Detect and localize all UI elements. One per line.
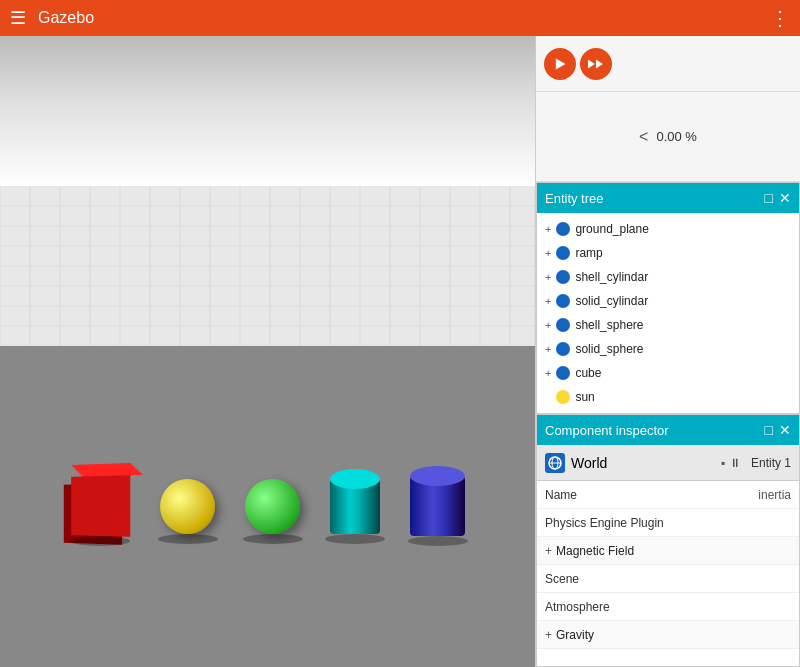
- sky-area: [0, 36, 535, 186]
- entity-label: sun: [575, 390, 594, 404]
- world-label: World: [571, 455, 715, 471]
- play-button[interactable]: [544, 48, 576, 80]
- red-cube-wrapper: [70, 476, 130, 536]
- pause-icon[interactable]: ▪: [721, 456, 725, 470]
- component-inspector-panel: Component inspector □ ✕: [536, 414, 800, 667]
- person-icon: [555, 269, 571, 285]
- objects-area: [0, 426, 535, 586]
- sun-icon: [555, 389, 571, 405]
- entity-item-sun[interactable]: +sun: [537, 385, 799, 409]
- entity-tree-close-button[interactable]: ✕: [779, 191, 791, 205]
- entity-label: shell_sphere: [575, 318, 643, 332]
- person-icon: [555, 293, 571, 309]
- inspector-section-magnetic-field[interactable]: +Magnetic Field: [537, 537, 799, 565]
- entity-label: shell_cylindar: [575, 270, 648, 284]
- section-expand-icon: +: [545, 544, 552, 558]
- expand-icon: +: [545, 343, 551, 355]
- entity-label: ground_plane: [575, 222, 648, 236]
- world-controls: ▪ ⏸: [721, 456, 741, 470]
- entity-item-cube[interactable]: +cube: [537, 361, 799, 385]
- person-icon: [555, 365, 571, 381]
- section-label: Gravity: [556, 628, 594, 642]
- panels-container: Entity tree □ ✕ +ground_plane+ramp+shell…: [536, 182, 800, 667]
- blue-cylinder-wrapper: [410, 476, 465, 536]
- entity-item-ground_plane[interactable]: +ground_plane: [537, 217, 799, 241]
- inspector-row-scene: Scene: [537, 565, 799, 593]
- right-panel: < 0.00 % Entity tree □ ✕ +ground_plane+r…: [535, 36, 800, 667]
- expand-icon: +: [545, 223, 551, 235]
- cyan-cylinder-wrapper: [330, 479, 380, 534]
- green-sphere-shadow: [243, 534, 303, 544]
- component-inspector-header: Component inspector □ ✕: [537, 415, 799, 445]
- expand-icon: +: [545, 319, 551, 331]
- expand-icon: +: [545, 391, 551, 403]
- chevron-left-icon[interactable]: <: [639, 128, 648, 146]
- menu-icon[interactable]: ☰: [10, 7, 26, 29]
- inspector-section-gravity[interactable]: +Gravity: [537, 621, 799, 649]
- header: ☰ Gazebo ⋮: [0, 0, 800, 36]
- inspector-row-physics-engine-plugin: Physics Engine Plugin: [537, 509, 799, 537]
- entity-item-solid_sphere[interactable]: +solid_sphere: [537, 337, 799, 361]
- cyan-cylinder-shadow: [325, 534, 385, 544]
- entity-label: solid_cylindar: [575, 294, 648, 308]
- blue-cylinder: [410, 476, 465, 536]
- entity-number: Entity 1: [751, 456, 791, 470]
- red-cube-shadow: [70, 536, 130, 546]
- yellow-sphere-shadow: [158, 534, 218, 544]
- blue-cylinder-shadow: [408, 536, 468, 546]
- expand-icon: +: [545, 367, 551, 379]
- green-sphere: [245, 479, 300, 534]
- inspector-rows: NameinertiaPhysics Engine Plugin+Magneti…: [537, 481, 799, 649]
- world-row: World ▪ ⏸ Entity 1: [537, 445, 799, 481]
- person-icon: [555, 221, 571, 237]
- expand-icon: +: [545, 295, 551, 307]
- yellow-sphere: [160, 479, 215, 534]
- red-cube: [71, 475, 130, 537]
- world-icon: [545, 453, 565, 473]
- yellow-sphere-wrapper: [160, 479, 215, 534]
- svg-marker-29: [596, 59, 603, 68]
- entity-label: ramp: [575, 246, 602, 260]
- entity-label: solid_sphere: [575, 342, 643, 356]
- more-icon[interactable]: ⋮: [770, 6, 790, 30]
- cyan-cylinder: [330, 479, 380, 534]
- percentage-display: 0.00 %: [656, 129, 696, 144]
- expand-icon: +: [545, 247, 551, 259]
- main-layout: < 0.00 % Entity tree □ ✕ +ground_plane+r…: [0, 36, 800, 667]
- row-label: Name: [545, 488, 758, 502]
- step-icon[interactable]: ⏸: [729, 456, 741, 470]
- section-expand-icon: +: [545, 628, 552, 642]
- entity-item-shell_cylindar[interactable]: +shell_cylindar: [537, 265, 799, 289]
- fast-forward-button[interactable]: [580, 48, 612, 80]
- svg-marker-28: [588, 59, 595, 68]
- component-inspector-close-button[interactable]: ✕: [779, 423, 791, 437]
- section-label: Magnetic Field: [556, 544, 634, 558]
- component-inspector-collapse-button[interactable]: □: [765, 423, 773, 437]
- row-label: Physics Engine Plugin: [545, 516, 791, 530]
- person-icon: [555, 245, 571, 261]
- entity-item-ramp[interactable]: +ramp: [537, 241, 799, 265]
- component-inspector-title: Component inspector: [545, 423, 759, 438]
- entity-tree-title: Entity tree: [545, 191, 759, 206]
- inspector-content: World ▪ ⏸ Entity 1 NameinertiaPhysics En…: [537, 445, 799, 666]
- steps-area: < 0.00 %: [536, 92, 800, 182]
- expand-icon: +: [545, 271, 551, 283]
- row-label: Scene: [545, 572, 791, 586]
- entity-tree-panel: Entity tree □ ✕ +ground_plane+ramp+shell…: [536, 182, 800, 414]
- person-icon: [555, 341, 571, 357]
- person-icon: [555, 317, 571, 333]
- row-label: Atmosphere: [545, 600, 791, 614]
- entity-tree-collapse-button[interactable]: □: [765, 191, 773, 205]
- entity-item-solid_cylindar[interactable]: +solid_cylindar: [537, 289, 799, 313]
- app-title: Gazebo: [38, 9, 770, 27]
- entity-item-shell_sphere[interactable]: +shell_sphere: [537, 313, 799, 337]
- green-sphere-wrapper: [245, 479, 300, 534]
- entity-tree-header: Entity tree □ ✕: [537, 183, 799, 213]
- 3d-viewport[interactable]: [0, 36, 535, 667]
- inspector-row-atmosphere: Atmosphere: [537, 593, 799, 621]
- ground-grid: [0, 186, 535, 346]
- inspector-row-name: Nameinertia: [537, 481, 799, 509]
- entity-label: cube: [575, 366, 601, 380]
- entity-list: +ground_plane+ramp+shell_cylindar+solid_…: [537, 213, 799, 413]
- row-value: inertia: [758, 488, 791, 502]
